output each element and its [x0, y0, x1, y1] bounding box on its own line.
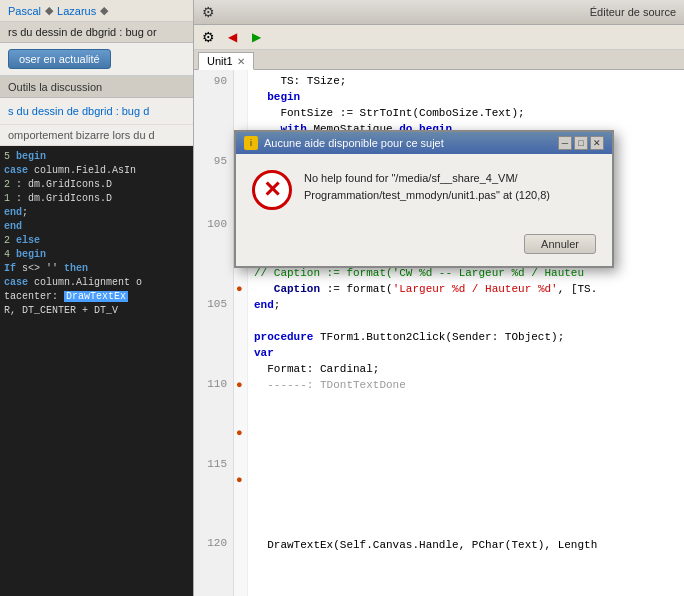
ln — [200, 472, 227, 488]
left-code-line: end; — [4, 206, 189, 220]
code-line — [254, 442, 678, 458]
ln — [200, 202, 227, 218]
ln: 115 — [200, 457, 227, 473]
left-code-line: 2 : dm.GridIcons.D — [4, 178, 189, 192]
tab-label: Unit1 — [207, 55, 233, 67]
dialog-message-line1: No help found for "/media/sf__share_4_VM… — [304, 170, 550, 187]
tab-unit1[interactable]: Unit1 ✕ — [198, 52, 254, 70]
code-line — [254, 522, 678, 538]
left-code-line: 5 begin — [4, 150, 189, 164]
ln — [200, 441, 227, 457]
code-line: FontSize := StrToInt(ComboSize.Text); — [254, 106, 678, 122]
breadcrumb-sep1: ◆ — [45, 4, 53, 17]
left-code-line: 4 begin — [4, 248, 189, 262]
dialog-body: ✕ No help found for "/media/sf__share_4_… — [236, 154, 612, 226]
left-code-line: case column.Field.AsIn — [4, 164, 189, 178]
code-line — [254, 490, 678, 506]
toolbar-forward-button[interactable]: ▶ — [246, 27, 266, 47]
ln: 90 — [200, 74, 227, 90]
discussion-subtitle: omportement bizarre lors du d — [0, 125, 193, 146]
editor-toolbar: ⚙ ◀ ▶ — [194, 25, 684, 50]
code-line: procedure TForm1.Button2Click(Sender: TO… — [254, 330, 678, 346]
left-code-line: tacenter: DrawTextEx — [4, 290, 189, 304]
discussion-item[interactable]: s du dessin de dbgrid : bug d — [0, 98, 193, 125]
left-code-line: end — [4, 220, 189, 234]
ln: 100 — [200, 217, 227, 233]
left-code-line: 1 : dm.GridIcons.D — [4, 192, 189, 206]
code-line: ------: TDontTextDone — [254, 378, 678, 394]
dialog-minimize-button[interactable]: ─ — [558, 136, 572, 150]
ln — [200, 233, 227, 249]
post-button-bar: oser en actualité — [0, 43, 193, 76]
code-line: // Caption := format('CW %d -- Largeur %… — [254, 266, 678, 282]
left-code-line: 2 else — [4, 234, 189, 248]
dialog-close-button[interactable]: ✕ — [590, 136, 604, 150]
breadcrumb-lazarus[interactable]: Lazarus — [57, 5, 96, 17]
ln — [200, 281, 227, 297]
help-dialog: i Aucune aide disponible pour ce sujet ─… — [234, 130, 614, 268]
editor-title: Éditeur de source — [590, 6, 676, 18]
ln: 110 — [200, 377, 227, 393]
dialog-message-line2: Programmation/test_mmodyn/unit1.pas" at … — [304, 187, 550, 204]
dialog-titlebar: i Aucune aide disponible pour ce sujet ─… — [236, 132, 612, 154]
left-code-line: R, DT_CENTER + DT_V — [4, 304, 189, 318]
code-line: TS: TSize; — [254, 74, 678, 90]
code-line: begin — [254, 90, 678, 106]
ln — [200, 138, 227, 154]
ln: 95 — [200, 154, 227, 170]
ln: 120 — [200, 536, 227, 552]
ln — [200, 122, 227, 138]
ln: 105 — [200, 297, 227, 313]
right-panel: ⚙ Éditeur de source ⚙ ◀ ▶ Unit1 ✕ 90 95 — [194, 0, 684, 596]
code-line: Caption := format('Largeur %d / Hauteur … — [254, 282, 678, 298]
code-line — [254, 426, 678, 442]
dialog-cancel-button[interactable]: Annuler — [524, 234, 596, 254]
dialog-title-left: i Aucune aide disponible pour ce sujet — [244, 136, 444, 150]
editor-icon: ⚙ — [202, 4, 215, 20]
left-code-content: 5 begin case column.Field.AsIn 2 : dm.Gr… — [4, 150, 189, 318]
code-line — [254, 506, 678, 522]
code-line: end; — [254, 298, 678, 314]
code-line: DrawTextEx(Self.Canvas.Handle, PChar(Tex… — [254, 538, 678, 554]
dialog-footer: Annuler — [236, 226, 612, 266]
breadcrumb-pascal[interactable]: Pascal — [8, 5, 41, 17]
ln — [200, 106, 227, 122]
breadcrumb-sep2: ◆ — [100, 4, 108, 17]
toolbar-back-button[interactable]: ◀ — [222, 27, 242, 47]
ln — [200, 313, 227, 329]
toolbar-icon-settings[interactable]: ⚙ — [198, 27, 218, 47]
left-code-line: If s<> '' then — [4, 262, 189, 276]
breadcrumb: Pascal ◆ Lazarus ◆ — [0, 0, 193, 22]
dialog-maximize-button[interactable]: □ — [574, 136, 588, 150]
code-line: Format: Cardinal; — [254, 362, 678, 378]
ln — [200, 409, 227, 425]
ln — [200, 329, 227, 345]
ln — [200, 345, 227, 361]
tab-close-button[interactable]: ✕ — [237, 56, 245, 67]
dialog-controls: ─ □ ✕ — [558, 136, 604, 150]
code-line — [254, 314, 678, 330]
dialog-error-icon: ✕ — [252, 170, 292, 210]
ln — [200, 170, 227, 186]
editor-titlebar: ⚙ Éditeur de source — [194, 0, 684, 25]
code-editor[interactable]: 90 95 100 105 110 — [194, 70, 684, 596]
code-line — [254, 394, 678, 410]
left-top-title: rs du dessin de dbgrid : bug or — [0, 22, 193, 43]
left-code-line: case column.Alignment o — [4, 276, 189, 290]
ln — [200, 425, 227, 441]
dialog-title-text: Aucune aide disponible pour ce sujet — [264, 137, 444, 149]
dialog-title-icon: i — [244, 136, 258, 150]
ln — [200, 504, 227, 520]
ln — [200, 249, 227, 265]
ln — [200, 488, 227, 504]
post-button[interactable]: oser en actualité — [8, 49, 111, 69]
code-line — [254, 474, 678, 490]
dialog-message: No help found for "/media/sf__share_4_VM… — [304, 170, 550, 203]
left-code-area: 5 begin case column.Field.AsIn 2 : dm.Gr… — [0, 146, 193, 596]
ln — [200, 393, 227, 409]
tab-bar: Unit1 ✕ — [194, 50, 684, 70]
ln — [200, 265, 227, 281]
discussion-section-title: Outils la discussion — [0, 76, 193, 98]
ln — [200, 90, 227, 106]
line-numbers: 90 95 100 105 110 — [194, 70, 234, 596]
